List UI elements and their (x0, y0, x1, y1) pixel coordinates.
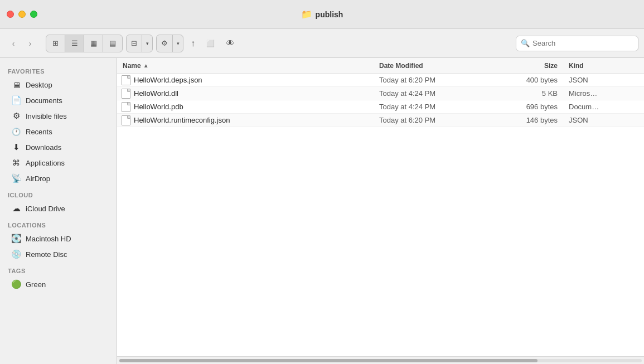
scroll-track (119, 359, 642, 362)
tag-button[interactable]: ⬜ (202, 35, 219, 52)
sidebar-item-applications[interactable]: ⌘ Applications (3, 155, 113, 171)
nav-group: ‹ › (6, 36, 38, 51)
column-view-button[interactable]: ▦ (84, 35, 103, 52)
view-group: ⊞ ☰ ▦ ▤ (46, 35, 123, 52)
share-button[interactable]: ↑ (187, 35, 199, 52)
table-row[interactable]: HelloWorld.deps.json Today at 6:20 PM 40… (117, 74, 644, 87)
file-pane: Name ▲ Date Modified Size Kind HelloWorl… (117, 58, 644, 364)
file-icon (122, 115, 130, 125)
sidebar-item-remote-disc[interactable]: 💿 Remote Disc (3, 246, 113, 262)
sidebar-label-macintosh-hd: Macintosh HD (26, 235, 71, 243)
file-name: HelloWorld.dll (134, 89, 178, 98)
sidebar-item-downloads[interactable]: ⬇ Downloads (3, 139, 113, 155)
file-date-cell: Today at 4:24 PM (374, 89, 485, 98)
sidebar-item-macintosh-hd[interactable]: 💽 Macintosh HD (3, 231, 113, 246)
sidebar-item-documents[interactable]: 📄 Documents (3, 93, 113, 108)
list-view-icon: ☰ (71, 39, 78, 47)
applications-icon: ⌘ (11, 158, 21, 168)
file-icon (122, 75, 130, 85)
file-name: HelloWorld.pdb (134, 103, 183, 111)
file-kind-cell: Micros… (563, 89, 644, 98)
preview-button[interactable]: 👁 (222, 35, 239, 52)
column-kind-label: Kind (569, 62, 584, 70)
gallery-view-icon: ▤ (109, 39, 116, 47)
forward-button[interactable]: › (22, 36, 38, 51)
column-date-label: Date Modified (379, 62, 423, 70)
airdrop-icon: 📡 (11, 173, 21, 183)
sidebar-label-desktop: Desktop (26, 81, 52, 89)
minimize-button[interactable] (18, 11, 26, 18)
view-options-button[interactable]: ⊟ (127, 35, 142, 52)
gear-icon: ⚙ (161, 39, 168, 47)
file-name: HelloWorld.deps.json (134, 76, 202, 84)
file-name-cell: HelloWorld.runtimeconfig.json (117, 115, 374, 125)
sidebar-item-desktop[interactable]: 🖥 Desktop (3, 77, 113, 93)
file-kind: JSON (569, 116, 588, 124)
back-button[interactable]: ‹ (6, 36, 21, 51)
file-icon (122, 102, 130, 112)
eye-icon: 👁 (226, 38, 235, 48)
table-row[interactable]: HelloWorld.dll Today at 4:24 PM 5 KB Mic… (117, 87, 644, 100)
recents-icon: 🕐 (11, 127, 21, 137)
sidebar-label-invisible-files: Invisible files (26, 112, 67, 120)
desktop-icon: 🖥 (11, 80, 21, 90)
file-name: HelloWorld.runtimeconfig.json (134, 116, 230, 124)
column-size-label: Size (544, 62, 558, 70)
sidebar-label-airdrop: AirDrop (26, 174, 50, 183)
list-view-button[interactable]: ☰ (65, 35, 84, 52)
column-view-icon: ▦ (90, 39, 97, 47)
chevron-down-icon: ▾ (146, 41, 149, 46)
file-kind: Micros… (569, 89, 597, 98)
sidebar-label-downloads: Downloads (26, 143, 61, 152)
sidebar-item-recents[interactable]: 🕐 Recents (3, 124, 113, 139)
tag-icon: ⬜ (206, 40, 215, 47)
sidebar-item-airdrop[interactable]: 📡 AirDrop (3, 171, 113, 186)
table-row[interactable]: HelloWorld.runtimeconfig.json Today at 6… (117, 114, 644, 127)
search-input[interactable] (532, 39, 633, 47)
file-date: Today at 6:20 PM (379, 76, 435, 84)
file-date-cell: Today at 4:24 PM (374, 103, 485, 111)
file-list: HelloWorld.deps.json Today at 6:20 PM 40… (117, 74, 644, 356)
sidebar-label-remote-disc: Remote Disc (26, 250, 67, 259)
gear-chevron-icon: ▾ (177, 41, 180, 46)
file-size: 696 bytes (526, 103, 558, 111)
toolbar: ‹ › ⊞ ☰ ▦ ▤ ⊟ ▾ ⚙ ▾ (0, 29, 644, 58)
file-kind-cell: JSON (563, 76, 644, 84)
downloads-icon: ⬇ (11, 142, 21, 152)
column-header-name[interactable]: Name ▲ (117, 62, 374, 70)
table-row[interactable]: HelloWorld.pdb Today at 4:24 PM 696 byte… (117, 100, 644, 114)
icon-view-button[interactable]: ⊞ (46, 35, 65, 52)
column-header-size[interactable]: Size (485, 62, 563, 70)
share-icon: ↑ (191, 38, 195, 48)
icon-view-icon: ⊞ (52, 39, 59, 47)
file-kind: Docum… (569, 103, 599, 111)
horizontal-scrollbar[interactable] (117, 356, 644, 364)
view-options-dropdown-button[interactable]: ▾ (142, 35, 152, 52)
remote-disc-icon: 💿 (11, 249, 21, 259)
sidebar-section-tags: Tags (0, 262, 117, 276)
sidebar-item-icloud-drive[interactable]: ☁ iCloud Drive (3, 201, 113, 216)
file-date: Today at 4:24 PM (379, 103, 435, 111)
back-icon: ‹ (12, 39, 15, 48)
documents-icon: 📄 (11, 95, 21, 105)
gallery-view-button[interactable]: ▤ (103, 35, 122, 52)
grid-icon: ⊟ (131, 39, 137, 47)
column-header-kind[interactable]: Kind (563, 62, 644, 70)
file-name-cell: HelloWorld.pdb (117, 102, 374, 112)
search-box[interactable]: 🔍 (516, 36, 638, 51)
file-name-cell: HelloWorld.dll (117, 89, 374, 99)
window-controls (7, 11, 37, 18)
sidebar-item-green-tag[interactable]: 🟢 Green (3, 276, 113, 292)
sort-arrow-icon: ▲ (143, 62, 149, 69)
gear-group: ⚙ ▾ (156, 35, 183, 52)
close-button[interactable] (7, 11, 14, 18)
file-size-cell: 5 KB (485, 89, 563, 98)
sidebar-item-invisible-files[interactable]: ⚙ Invisible files (3, 108, 113, 124)
sidebar-section-favorites: Favorites (0, 62, 117, 77)
sidebar-section-locations: Locations (0, 216, 117, 231)
file-date: Today at 4:24 PM (379, 89, 435, 98)
gear-button[interactable]: ⚙ (157, 35, 173, 52)
column-header-date[interactable]: Date Modified (374, 62, 485, 70)
maximize-button[interactable] (30, 11, 37, 18)
gear-dropdown-button[interactable]: ▾ (173, 35, 183, 52)
